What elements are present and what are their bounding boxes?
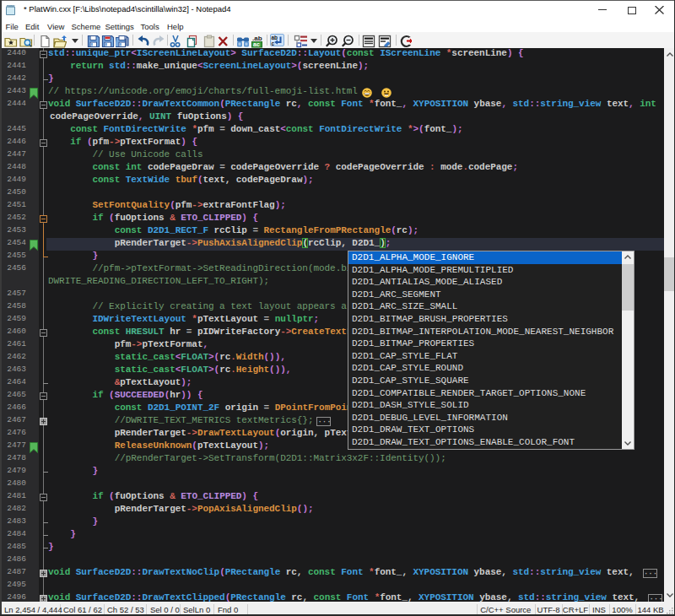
svg-text:ac: ac — [253, 41, 260, 47]
svg-text:ab: ab — [272, 35, 278, 41]
svg-text:c: c — [272, 41, 275, 46]
